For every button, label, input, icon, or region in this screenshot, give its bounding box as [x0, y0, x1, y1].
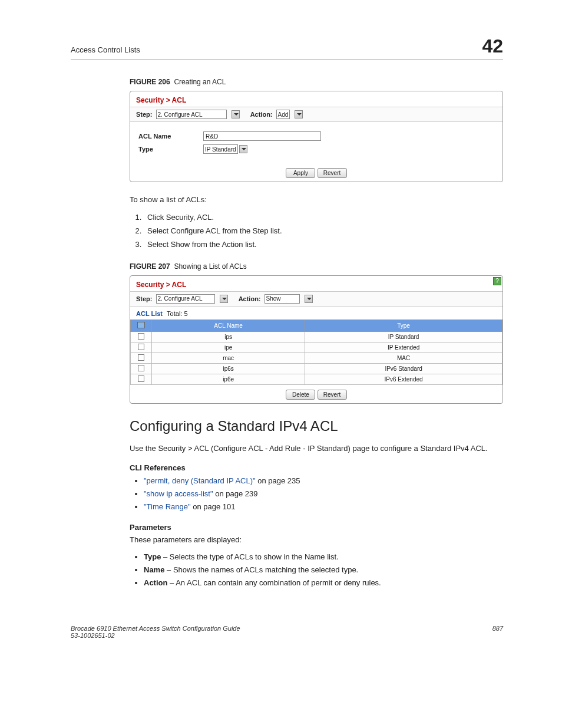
chevron-down-icon[interactable] — [305, 295, 313, 303]
list-header: ACL List Total: 5 — [130, 307, 503, 319]
figure-title: Showing a List of ACLs — [174, 262, 246, 271]
list-item: Type – Selects the type of ACLs to show … — [144, 551, 503, 564]
page-footer: Brocade 6910 Ethernet Access Switch Conf… — [71, 625, 503, 639]
cross-reference-link[interactable]: "Time Range" — [144, 502, 191, 511]
action-label: Action: — [239, 295, 261, 302]
acl-type-cell: IPv6 Standard — [305, 363, 503, 374]
list-item: "Time Range" on page 101 — [144, 500, 503, 513]
list-item: "show ip access-list" on page 239 — [144, 487, 503, 500]
action-select[interactable]: Show — [265, 294, 300, 304]
acl-name-cell: ips — [152, 331, 305, 342]
type-label: Type — [138, 146, 203, 153]
cli-references-heading: CLI References — [130, 463, 503, 472]
name-column-header: ACL Name — [152, 319, 305, 331]
page-number: 887 — [492, 625, 503, 639]
figure-number: FIGURE 206 — [130, 78, 170, 86]
breadcrumb: Security > ACL — [130, 91, 503, 107]
acl-table: ACL Name Type ipsIP StandardipeIP Extend… — [130, 319, 503, 385]
figure207-panel: ? Security > ACL Step: 2. Configure ACL … — [130, 275, 503, 404]
parameter-list: Type – Selects the type of ACLs to show … — [144, 551, 503, 589]
chevron-down-icon[interactable] — [239, 145, 247, 153]
acl-name-input[interactable]: R&D — [203, 131, 321, 141]
type-column-header: Type — [305, 319, 503, 331]
list-item: Click Security, ACL. — [144, 210, 503, 224]
paragraph: Use the Security > ACL (Configure ACL - … — [130, 443, 503, 454]
figure-number: FIGURE 207 — [130, 262, 170, 271]
acl-name-cell: ip6e — [152, 374, 305, 384]
step-select[interactable]: 2. Configure ACL — [156, 294, 215, 304]
figure-caption: FIGURE 206 Creating an ACL — [130, 78, 503, 86]
acl-type-cell: IP Standard — [305, 331, 503, 342]
delete-button[interactable]: Delete — [286, 390, 315, 400]
page-header: Access Control Lists 42 — [71, 35, 503, 60]
row-checkbox[interactable] — [138, 354, 144, 361]
step-label: Step: — [136, 111, 153, 118]
breadcrumb: Security > ACL — [130, 276, 503, 291]
cross-reference-link[interactable]: "permit, deny (Standard IP ACL)" — [144, 476, 256, 485]
list-item: Action – An ACL can contain any combinat… — [144, 577, 503, 589]
step-select[interactable]: 2. Configure ACL — [156, 110, 227, 119]
type-select[interactable]: IP Standard — [203, 144, 238, 154]
help-icon[interactable]: ? — [493, 277, 501, 285]
row-checkbox[interactable] — [138, 333, 144, 340]
list-item: Select Configure ACL from the Step list. — [144, 224, 503, 238]
step-label: Step: — [136, 295, 153, 302]
chapter-number: 42 — [482, 35, 503, 57]
action-label: Action: — [250, 111, 273, 118]
control-bar: Step: 2. Configure ACL Action: Add — [130, 107, 503, 122]
parameters-heading: Parameters — [130, 523, 503, 532]
section-heading: Configuring a Standard IPv4 ACL — [71, 418, 503, 434]
table-row: ip6sIPv6 Standard — [131, 363, 503, 374]
apply-button[interactable]: Apply — [286, 168, 315, 178]
select-all-header[interactable] — [131, 319, 152, 331]
select-all-icon[interactable] — [137, 322, 145, 328]
cli-reference-list: "permit, deny (Standard IP ACL)" on page… — [144, 475, 503, 513]
action-select[interactable]: Add — [276, 110, 290, 119]
table-row: ipsIP Standard — [131, 331, 503, 342]
chevron-down-icon[interactable] — [220, 295, 228, 303]
acl-name-label: ACL Name — [138, 133, 203, 140]
chevron-down-icon[interactable] — [232, 110, 240, 118]
acl-name-cell: mac — [152, 353, 305, 363]
list-item: Select Show from the Action list. — [144, 238, 503, 251]
table-row: ip6eIPv6 Extended — [131, 374, 503, 384]
figure206-panel: Security > ACL Step: 2. Configure ACL Ac… — [130, 91, 503, 182]
list-item: Name – Shows the names of ACLs matching … — [144, 564, 503, 577]
figure-title: Creating an ACL — [174, 78, 226, 86]
step-list: Click Security, ACL. Select Configure AC… — [144, 210, 503, 252]
control-bar: Step: 2. Configure ACL Action: Show — [130, 291, 503, 307]
paragraph: To show a list of ACLs: — [130, 194, 503, 206]
chevron-down-icon[interactable] — [295, 110, 303, 118]
row-checkbox[interactable] — [138, 344, 144, 350]
revert-button[interactable]: Revert — [318, 390, 347, 400]
cross-reference-link[interactable]: "show ip access-list" — [144, 489, 213, 498]
row-checkbox[interactable] — [138, 365, 144, 371]
row-checkbox[interactable] — [138, 375, 144, 382]
revert-button[interactable]: Revert — [318, 168, 347, 178]
section-title: Access Control Lists — [71, 45, 140, 54]
acl-type-cell: IP Extended — [305, 342, 503, 353]
list-item: "permit, deny (Standard IP ACL)" on page… — [144, 475, 503, 487]
footer-title: Brocade 6910 Ethernet Access Switch Conf… — [71, 625, 240, 632]
footer-docnum: 53-1002651-02 — [71, 632, 240, 639]
paragraph: These parameters are displayed: — [130, 534, 503, 546]
acl-type-cell: IPv6 Extended — [305, 374, 503, 384]
acl-name-cell: ip6s — [152, 363, 305, 374]
table-row: ipeIP Extended — [131, 342, 503, 353]
acl-name-cell: ipe — [152, 342, 305, 353]
table-row: macMAC — [131, 353, 503, 363]
figure-caption: FIGURE 207 Showing a List of ACLs — [130, 262, 503, 271]
acl-type-cell: MAC — [305, 353, 503, 363]
